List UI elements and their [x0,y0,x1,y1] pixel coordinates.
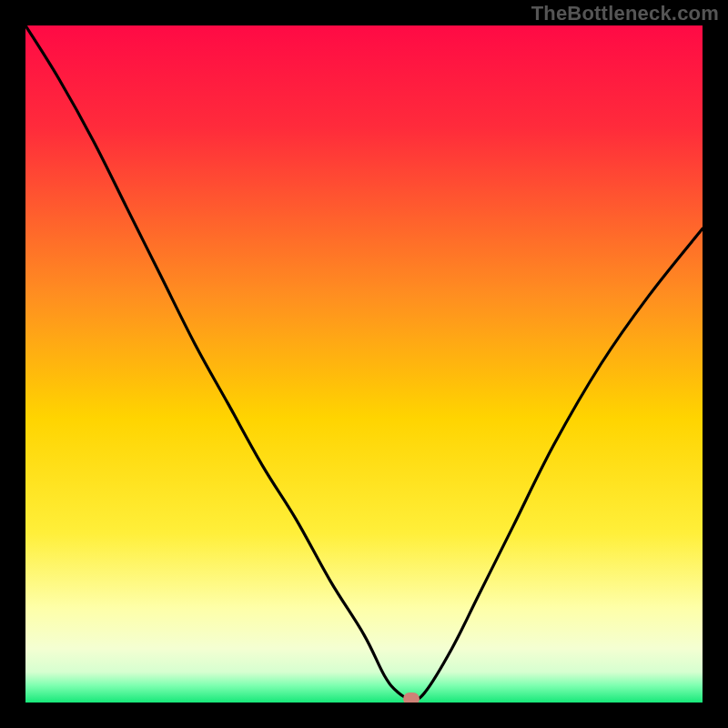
svg-rect-0 [25,25,703,703]
attribution-label: TheBottleneck.com [531,2,719,25]
chart-frame: TheBottleneck.com [0,0,728,728]
plot-area [25,25,703,703]
heat-gradient-background [25,25,703,703]
